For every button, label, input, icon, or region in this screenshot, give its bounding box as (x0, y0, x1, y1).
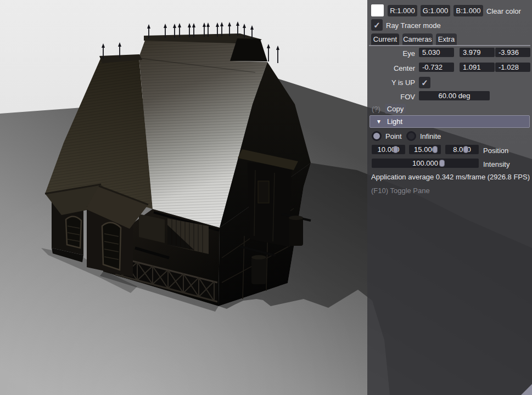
light-pos-x-value: 10.000 (372, 145, 405, 154)
light-pos-z-value: 8.000 (445, 145, 479, 154)
light-intensity-value: 100.000 (372, 159, 479, 168)
light-header-label: Light (387, 117, 402, 126)
toggle-pane-hint: (F10) Toggle Pane (371, 187, 430, 195)
slider-handle[interactable] (439, 160, 445, 167)
collapse-triangle-icon: ▼ (376, 119, 382, 125)
position-label: Position (483, 146, 508, 155)
point-light-radio[interactable] (372, 131, 382, 141)
tab-cameras[interactable]: Cameras (402, 33, 433, 45)
tab-underline (369, 45, 530, 46)
blue-value-button[interactable]: B:1.000 (453, 5, 483, 16)
ray-tracer-checkbox[interactable]: ✓ (371, 19, 383, 31)
center-y-field[interactable]: 1.091 (460, 63, 495, 72)
slider-handle[interactable] (433, 146, 438, 153)
tab-extra[interactable]: Extra (436, 33, 457, 45)
infinite-light-label: Infinite (420, 132, 441, 140)
center-z-field[interactable]: -1.028 (495, 63, 530, 72)
eye-label: Eye (371, 49, 415, 58)
resize-grip[interactable] (521, 384, 532, 395)
light-section-header[interactable]: ▼ Light (369, 115, 530, 128)
infinite-light-radio[interactable] (406, 131, 416, 141)
light-pos-x-slider[interactable]: 10.000 (372, 145, 405, 154)
eye-x-field[interactable]: 5.030 (419, 48, 454, 57)
copy-button[interactable]: Copy (385, 104, 406, 114)
checkbox-check-icon: ✓ (373, 20, 380, 30)
light-intensity-slider[interactable]: 100.000 (372, 159, 479, 168)
slider-handle[interactable] (463, 146, 468, 153)
light-pos-z-slider[interactable]: 8.000 (445, 145, 479, 154)
fov-field[interactable]: 60.00 deg (419, 91, 490, 100)
clear-color-label: Clear color (486, 7, 521, 15)
fov-label: FOV (371, 92, 415, 101)
light-pos-y-slider[interactable]: 15.000 (409, 145, 441, 154)
ray-tracer-label: Ray Tracer mode (386, 21, 441, 30)
y-up-label: Y is UP (371, 78, 415, 87)
tab-current[interactable]: Current (371, 33, 399, 45)
checkbox-check-icon: ✓ (421, 78, 428, 88)
settings-pane: R:1.000 G:1.000 B:1.000 Clear color ✓ Ra… (367, 0, 532, 395)
center-label: Center (371, 64, 415, 73)
eye-y-field[interactable]: 3.979 (460, 48, 495, 57)
help-marker: (?) (372, 105, 380, 113)
slider-handle[interactable] (393, 146, 398, 153)
eye-z-field[interactable]: -3.936 (495, 48, 530, 57)
performance-stats: Application average 0.342 ms/frame (2926… (371, 173, 530, 181)
y-up-checkbox[interactable]: ✓ (419, 77, 430, 88)
green-value-button[interactable]: G:1.000 (421, 5, 450, 16)
center-x-field[interactable]: -0.732 (419, 63, 454, 72)
application-window: R:1.000 G:1.000 B:1.000 Clear color ✓ Ra… (0, 0, 532, 395)
red-value-button[interactable]: R:1.000 (388, 5, 417, 16)
clear-color-swatch[interactable] (371, 4, 384, 16)
point-light-label: Point (385, 132, 402, 140)
intensity-label: Intensity (483, 160, 509, 168)
